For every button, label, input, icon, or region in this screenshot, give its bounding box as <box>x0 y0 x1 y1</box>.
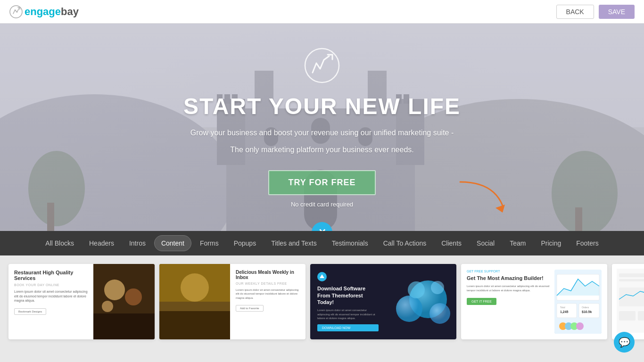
card-meals[interactable]: Delicious Meals Weekly in Inbox OUR WEEK… <box>159 264 305 339</box>
toolbar-pricing[interactable]: Pricing <box>534 236 568 251</box>
svg-point-52 <box>576 322 584 330</box>
card-builder-button[interactable]: GET IT FREE <box>467 298 496 305</box>
card-software-icon <box>317 272 327 281</box>
card-meals-label: OUR WEEKLY DETAILS FREE <box>236 281 300 286</box>
svg-point-37 <box>429 303 450 324</box>
svg-point-36 <box>396 296 422 322</box>
arrow-indicator <box>455 177 512 217</box>
hero-section: START YOUR NEW LIFE Grow your business a… <box>0 24 644 231</box>
hero-subtitle-line2: The only marketing platform your busines… <box>183 144 461 156</box>
toolbar-forms[interactable]: Forms <box>193 236 225 251</box>
toolbar-titles-texts[interactable]: Titles and Texts <box>264 236 323 251</box>
card-software-decoration <box>390 273 452 330</box>
back-button[interactable]: BACK <box>556 5 594 19</box>
svg-text:$10.5k: $10.5k <box>582 310 592 314</box>
toolbar-footers[interactable]: Footers <box>570 236 605 251</box>
svg-rect-58 <box>638 311 644 321</box>
svg-point-31 <box>181 273 209 302</box>
close-icon: ✕ <box>318 227 326 231</box>
svg-text:Total: Total <box>560 306 565 309</box>
card-restaurant[interactable]: Restaurant High Quality Services BOOK YO… <box>8 264 155 339</box>
save-button[interactable]: SAVE <box>599 5 635 19</box>
svg-point-39 <box>431 281 444 294</box>
toolbar-team[interactable]: Team <box>503 236 532 251</box>
card-meals-button[interactable]: Add to Favorite <box>236 305 264 312</box>
toolbar-clients[interactable]: Clients <box>435 236 468 251</box>
svg-rect-54 <box>619 273 644 277</box>
hero-title: START YOUR NEW LIFE <box>183 93 461 119</box>
svg-point-38 <box>408 281 425 298</box>
cards-area: Restaurant High Quality Services BOOK YO… <box>0 255 644 362</box>
card-builder-title: Get The Most Amazing Builder! <box>467 275 551 281</box>
svg-rect-34 <box>159 311 230 339</box>
toolbar-all-blocks[interactable]: All Blocks <box>39 236 81 251</box>
card-software[interactable]: Download Software From Themeforest Today… <box>310 264 456 339</box>
content-toolbar: All Blocks Headers Intros Content Forms … <box>0 231 644 255</box>
toolbar-headers[interactable]: Headers <box>83 236 121 251</box>
svg-point-25 <box>104 280 125 300</box>
hero-no-cc-text: No credit card required <box>183 201 461 208</box>
chat-icon: 💬 <box>619 337 630 348</box>
card-software-title: Download Software From Themeforest Today… <box>317 285 379 305</box>
svg-point-28 <box>102 301 113 312</box>
card-software-description: Lorem ipsum dolor sit amet consectetur a… <box>317 308 379 320</box>
svg-text:1,245: 1,245 <box>560 310 569 314</box>
card-meals-image <box>159 264 230 339</box>
chat-button[interactable]: 💬 <box>614 332 635 353</box>
card-restaurant-title: Restaurant High Quality Services <box>14 270 88 281</box>
toolbar-content[interactable]: Content <box>154 235 191 251</box>
logo-text: engagebay <box>25 6 79 18</box>
toolbar-social[interactable]: Social <box>470 236 501 251</box>
header-buttons: BACK SAVE <box>556 5 635 19</box>
card-meals-title: Delicious Meals Weekly in Inbox <box>236 270 300 280</box>
svg-rect-21 <box>47 203 54 231</box>
hero-subtitle-line1: Grow your business and boost your revenu… <box>183 127 461 139</box>
svg-point-26 <box>125 288 142 305</box>
card-builder-description: Lorem ipsum dolor sit amet consectetur a… <box>467 284 551 292</box>
card-partial[interactable] <box>612 264 644 339</box>
card-restaurant-button[interactable]: Bookmark Designs <box>14 308 46 315</box>
card-partial-content <box>612 264 644 339</box>
hero-cta-button[interactable]: TRY FOR FREE <box>268 170 375 195</box>
card-restaurant-label: BOOK YOUR DAY ONLINE <box>14 283 88 288</box>
card-builder-label: GET FREE SUPPORT <box>467 270 551 273</box>
svg-point-0 <box>10 6 22 18</box>
card-meals-description: Lorem ipsum dolor sit amet consectetur a… <box>236 288 300 300</box>
svg-rect-55 <box>619 279 644 281</box>
logo: engagebay <box>9 5 79 18</box>
header: engagebay BACK SAVE <box>0 0 644 24</box>
svg-rect-22 <box>575 207 582 231</box>
card-software-button[interactable]: DOWNLOAD NOW <box>317 324 379 331</box>
toolbar-popups[interactable]: Popups <box>227 236 263 251</box>
svg-rect-57 <box>619 311 636 321</box>
hero-logo-icon <box>183 47 461 86</box>
card-builder[interactable]: GET FREE SUPPORT Get The Most Amazing Bu… <box>461 264 607 339</box>
card-restaurant-image <box>93 264 155 339</box>
toolbar-cta[interactable]: Call To Actions <box>377 236 433 251</box>
svg-rect-27 <box>93 313 155 339</box>
toolbar-testimonials[interactable]: Testimonials <box>325 236 375 251</box>
svg-point-19 <box>28 151 85 226</box>
toolbar-intros[interactable]: Intros <box>123 236 152 251</box>
card-builder-image: Total 1,245 Orders $10.5k <box>554 270 602 334</box>
card-restaurant-description: Lorem ipsum dolor sit amet consectetur a… <box>14 289 88 303</box>
logo-icon <box>9 5 23 18</box>
svg-text:Orders: Orders <box>582 306 589 309</box>
hero-content: START YOUR NEW LIFE Grow your business a… <box>174 37 470 217</box>
